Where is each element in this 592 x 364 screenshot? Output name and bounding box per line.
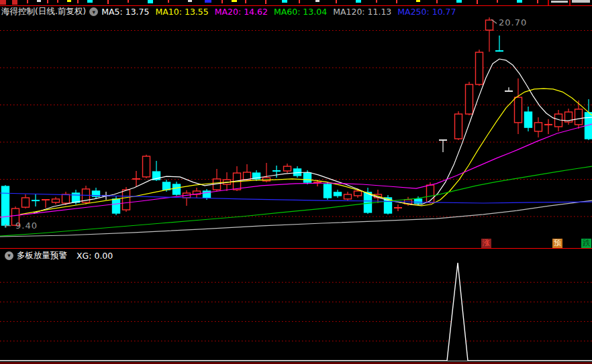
chart-canvas[interactable] (0, 0, 592, 364)
sub-indicator-name[interactable]: 多板放量预警 (17, 250, 67, 261)
ma250-legend: MA250: 10.77 (397, 7, 456, 17)
ma10-legend: MA10: 13.55 (156, 7, 209, 17)
high-price-label: 20.70 (499, 17, 527, 27)
collapse-chevron-icon[interactable]: ▾ (89, 7, 98, 16)
ma20-legend: MA20: 14.62 (215, 7, 268, 17)
ma120-legend: MA120: 11.13 (333, 7, 391, 17)
signal-badge-fall: 跌 (581, 239, 591, 248)
signal-badge-warning: 预 (552, 239, 562, 248)
low-price-label: ← 9.40 (4, 221, 38, 231)
sub-indicator-value: XG: 0.00 (77, 251, 113, 261)
title-bar: 海得控制(日线.前复权) ▾ MA5: 13.75 MA10: 13.55 MA… (1, 6, 591, 17)
sub-pane-header: ▾ 多板放量预警 XG: 0.00 (1, 250, 591, 261)
ma60-legend: MA60: 13.04 (274, 7, 327, 17)
sub-collapse-chevron-icon[interactable]: ▾ (5, 251, 13, 260)
ma5-legend: MA5: 13.75 (101, 7, 149, 17)
signal-badge-rise: 涨 (481, 239, 491, 248)
app-root: { "window": { "width": 882, "height": 54… (0, 0, 592, 364)
stock-title: 海得控制(日线.前复权) (1, 6, 86, 17)
